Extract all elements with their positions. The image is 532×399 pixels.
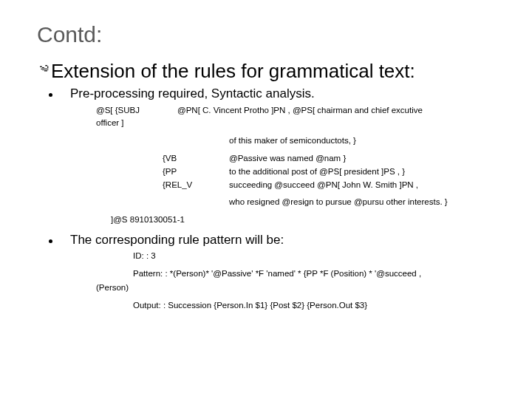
bullet-dot-icon: [49, 239, 52, 243]
code-text: {REL_V: [163, 179, 229, 192]
code-text: (Person): [96, 281, 502, 294]
code-text: of this maker of semiconductots, }: [229, 134, 502, 148]
heading-row: ༄ Extension of the rules for grammatical…: [40, 61, 502, 82]
heading-text: Extension of the rules for grammatical t…: [51, 61, 415, 82]
code-block-1: @S[ {SUBJ @PN[ C. Vincent Protho ]PN , @…: [96, 104, 502, 228]
swirl-icon: ༄: [40, 61, 48, 80]
code-text: succeeding @succeed @PN[ John W. Smith ]…: [229, 179, 502, 192]
code-text: ]@S 8910130051-1: [111, 214, 502, 227]
code-text: officer ]: [96, 117, 502, 130]
bullet-text: The corresponding rule pattern will be:: [70, 233, 284, 248]
code-text: Output: : Succession {Person.In $1} {Pos…: [133, 299, 502, 312]
slide-title: Contd:: [37, 22, 502, 47]
code-text: @S[ {SUBJ: [96, 104, 177, 117]
code-text: @PN[ C. Vincent Protho ]PN , @PS[ chairm…: [177, 104, 502, 117]
code-text: Pattern: : *(Person)* '@Passive' *F 'nam…: [133, 267, 502, 280]
sub-list: Pre-processing required, Syntactic analy…: [44, 86, 502, 313]
code-block-2: ID: : 3 Pattern: : *(Person)* '@Passive'…: [96, 249, 502, 313]
code-text: who resigned @resign to pursue @pursu ot…: [229, 196, 502, 209]
code-text: {PP: [163, 166, 229, 179]
list-item: The corresponding rule pattern will be:: [44, 233, 502, 248]
code-text: {VB: [163, 152, 229, 166]
code-text: @Passive was named @nam }: [229, 152, 502, 166]
list-item: Pre-processing required, Syntactic analy…: [44, 86, 502, 101]
bullet-text: Pre-processing required, Syntactic analy…: [70, 86, 315, 101]
code-text: to the additional post of @PS[ president…: [229, 166, 502, 179]
slide: Contd: ༄ Extension of the rules for gram…: [0, 0, 532, 399]
bullet-dot-icon: [49, 93, 52, 97]
code-text: ID: : 3: [133, 249, 502, 262]
